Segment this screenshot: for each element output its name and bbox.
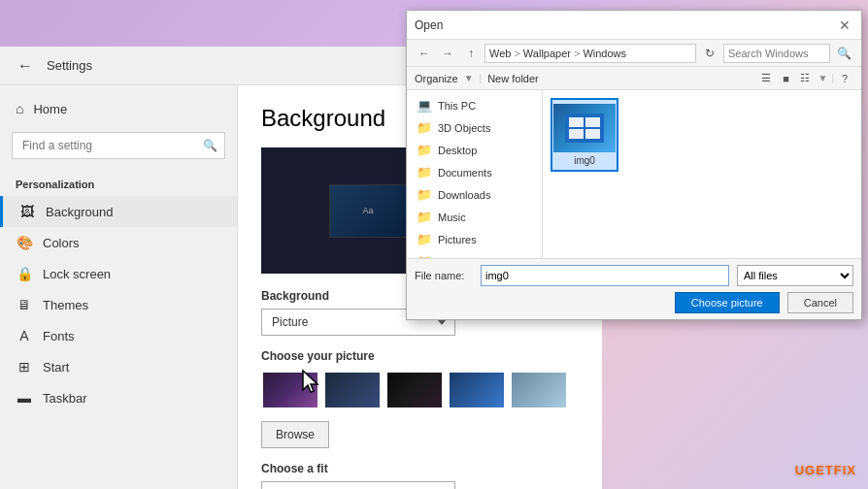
view-icons: ☰ ■ ☷ ▼ | ? xyxy=(757,70,853,87)
sidebar-item-lock-screen[interactable]: 🔒 Lock screen xyxy=(0,258,237,289)
browse-button[interactable]: Browse xyxy=(261,421,329,448)
thumb-img-1 xyxy=(263,373,317,408)
picture-thumb-5[interactable] xyxy=(510,371,568,409)
back-button[interactable]: ← xyxy=(12,52,39,80)
downloads-icon: 📁 xyxy=(417,187,432,202)
breadcrumb-web: Web xyxy=(489,48,511,59)
organize-chevron: ▼ xyxy=(464,73,474,83)
view-list-icon[interactable]: ■ xyxy=(777,70,794,87)
taskbar-label: Taskbar xyxy=(43,391,87,406)
sidebar-item-fonts[interactable]: A Fonts xyxy=(0,320,237,351)
filetype-select[interactable]: All files xyxy=(737,265,853,286)
dialog-sidebar-desktop[interactable]: 📁 Desktop xyxy=(407,139,542,161)
back-nav-button[interactable]: ← xyxy=(415,44,434,63)
start-label: Start xyxy=(43,360,69,375)
dialog-body: 💻 This PC 📁 3D Objects 📁 Desktop 📁 Docum… xyxy=(407,90,861,258)
dialog-sidebar-downloads[interactable]: 📁 Downloads xyxy=(407,183,542,206)
dialog-sidebar-documents[interactable]: 📁 Documents xyxy=(407,161,542,183)
choose-picture-button[interactable]: Choose picture xyxy=(675,292,780,313)
desktop-label: Desktop xyxy=(438,145,477,156)
search-input[interactable] xyxy=(12,132,225,159)
svg-rect-3 xyxy=(569,129,584,139)
sidebar-item-background[interactable]: 🖼 Background xyxy=(0,196,237,227)
thumb-img-2 xyxy=(325,373,380,408)
search-submit-icon[interactable]: 🔍 xyxy=(834,44,853,63)
dialog-sidebar-pictures[interactable]: 📁 Pictures xyxy=(407,228,542,250)
breadcrumb-sep-2: > xyxy=(574,48,580,59)
choose-fit-label: Choose a fit xyxy=(261,462,579,475)
breadcrumb-wallpaper: Wallpaper xyxy=(523,48,571,59)
cancel-button[interactable]: Cancel xyxy=(787,292,853,313)
file-thumb-img0[interactable]: img0 xyxy=(551,98,618,172)
dialog-main-area: img0 xyxy=(543,90,861,258)
colors-label: Colors xyxy=(43,236,80,250)
svg-rect-4 xyxy=(585,129,600,139)
sidebar-item-colors[interactable]: 🎨 Colors xyxy=(0,227,237,258)
dialog-sidebar-videos[interactable]: 📁 Videos xyxy=(407,250,542,258)
settings-sidebar: ⌂ Home 🔍 Personalization 🖼 Background 🎨 … xyxy=(0,85,238,489)
lock-icon: 🔒 xyxy=(16,266,33,281)
pictures-icon: 📁 xyxy=(417,232,432,246)
sidebar-item-themes[interactable]: 🖥 Themes xyxy=(0,289,237,320)
home-icon: ⌂ xyxy=(16,101,23,116)
preview-inner: Aa xyxy=(329,184,407,238)
dialog-nav-toolbar: ← → ↑ Web > Wallpaper > Windows ↻ 🔍 xyxy=(407,40,861,67)
file-name-img0: img0 xyxy=(574,155,595,166)
picture-grid xyxy=(261,371,579,409)
themes-icon: 🖥 xyxy=(16,297,33,312)
choose-picture-label: Choose your picture xyxy=(261,349,579,363)
3d-objects-icon: 📁 xyxy=(417,120,432,135)
fonts-icon: A xyxy=(16,328,33,343)
separator-2: | xyxy=(831,73,834,83)
dialog-search-input[interactable] xyxy=(723,44,830,63)
view-tiles-icon[interactable]: ☷ xyxy=(796,70,814,87)
dialog-titlebar: Open ✕ xyxy=(407,11,861,40)
picture-thumb-2[interactable] xyxy=(323,371,382,409)
filename-input[interactable] xyxy=(481,265,729,286)
organize-button[interactable]: Organize xyxy=(415,73,458,84)
search-box: 🔍 xyxy=(12,132,225,159)
help-button[interactable]: ? xyxy=(836,70,853,87)
documents-icon: 📁 xyxy=(417,165,432,179)
lock-screen-label: Lock screen xyxy=(43,267,111,281)
background-icon: 🖼 xyxy=(18,204,36,219)
windows-logo-icon xyxy=(565,114,604,143)
dialog-second-toolbar: Organize ▼ | New folder ☰ ■ ☷ ▼ | ? xyxy=(407,67,861,90)
taskbar-icon: ▬ xyxy=(16,390,33,406)
picture-thumb-3[interactable] xyxy=(385,371,444,409)
thumb-img-5 xyxy=(512,373,566,408)
themes-label: Themes xyxy=(43,298,88,312)
open-dialog: Open ✕ ← → ↑ Web > Wallpaper > Windows ↻… xyxy=(406,10,862,320)
forward-nav-button[interactable]: → xyxy=(438,44,457,63)
up-nav-button[interactable]: ↑ xyxy=(461,44,481,63)
filename-label: File name: xyxy=(415,270,473,281)
thumb-img-4 xyxy=(450,373,504,408)
refresh-button[interactable]: ↻ xyxy=(700,44,719,63)
new-folder-button[interactable]: New folder xyxy=(487,73,539,84)
sidebar-item-taskbar[interactable]: ▬ Taskbar xyxy=(0,382,237,413)
music-label: Music xyxy=(438,212,466,223)
breadcrumb[interactable]: Web > Wallpaper > Windows xyxy=(484,44,696,63)
svg-rect-1 xyxy=(569,117,584,127)
dialog-sidebar-music[interactable]: 📁 Music xyxy=(407,206,542,228)
this-pc-label: This PC xyxy=(438,100,476,112)
view-details-icon[interactable]: ☰ xyxy=(757,70,775,87)
home-label: Home xyxy=(33,102,67,116)
filename-row: File name: All files xyxy=(415,265,853,286)
dialog-close-button[interactable]: ✕ xyxy=(836,16,853,34)
documents-label: Documents xyxy=(438,167,492,179)
sidebar-item-start[interactable]: ⊞ Start xyxy=(0,351,237,382)
fit-dropdown[interactable]: Stretch xyxy=(261,481,455,489)
picture-thumb-4[interactable] xyxy=(448,371,506,409)
watermark-text: UGETFIX xyxy=(795,463,856,477)
fonts-label: Fonts xyxy=(43,329,75,343)
dialog-sidebar-3d-objects[interactable]: 📁 3D Objects xyxy=(407,116,542,139)
dialog-sidebar-this-pc[interactable]: 💻 This PC xyxy=(407,94,542,116)
preview-text: Aa xyxy=(362,206,373,215)
picture-thumb-1[interactable] xyxy=(261,371,319,409)
sidebar-item-home[interactable]: ⌂ Home xyxy=(0,93,237,124)
dialog-footer: File name: All files Choose picture Canc… xyxy=(407,258,861,319)
watermark: UGETFIX xyxy=(795,463,856,477)
pictures-label: Pictures xyxy=(438,234,477,245)
thumb-img-3 xyxy=(387,373,442,408)
